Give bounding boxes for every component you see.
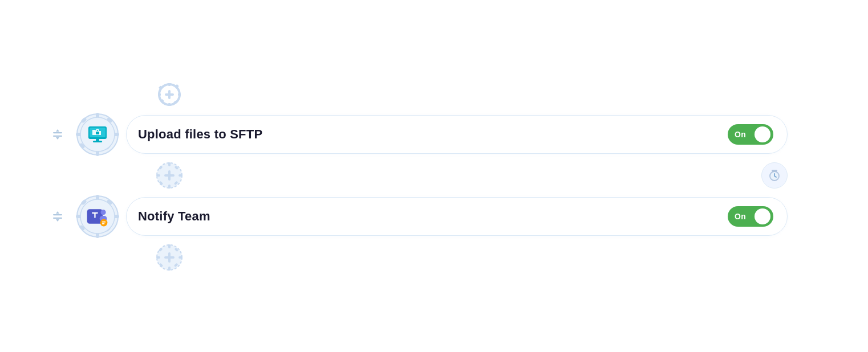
toggle-wrap-teams: On	[728, 206, 773, 227]
add-step-button-bottom[interactable]	[153, 242, 185, 273]
svg-rect-0	[168, 83, 171, 86]
svg-rect-65	[168, 244, 171, 248]
step-row-teams: Notify Team On	[46, 194, 788, 239]
svg-rect-39	[164, 174, 175, 177]
move-handle-sftp[interactable]	[46, 123, 69, 146]
svg-rect-62	[102, 222, 106, 223]
step-card-sftp[interactable]: Upload files to SFTP On	[126, 115, 788, 154]
svg-rect-32	[156, 174, 160, 177]
step-gear-teams	[75, 194, 120, 239]
svg-rect-28	[93, 141, 102, 142]
teams-icon	[85, 204, 110, 229]
svg-rect-10	[53, 132, 62, 133]
svg-rect-31	[168, 185, 171, 189]
svg-rect-33	[179, 174, 182, 177]
svg-marker-12	[56, 129, 59, 132]
svg-marker-45	[56, 219, 59, 222]
svg-rect-30	[168, 162, 171, 166]
svg-rect-58	[94, 212, 95, 218]
step-row-sftp: Upload files to SFTP On	[46, 112, 788, 157]
timer-badge[interactable]	[761, 162, 788, 189]
toggle-wrap-sftp: On	[728, 124, 773, 145]
svg-rect-42	[53, 214, 62, 215]
svg-rect-26	[96, 132, 99, 134]
svg-rect-68	[179, 256, 182, 259]
svg-point-59	[101, 210, 106, 215]
toggle-label-sftp: On	[735, 130, 746, 139]
svg-rect-66	[168, 267, 171, 271]
step-gear-sftp	[75, 112, 120, 157]
sftp-icon	[85, 122, 110, 147]
step-label-sftp: Upload files to SFTP	[138, 127, 262, 142]
add-step-bottom	[46, 242, 185, 273]
svg-rect-43	[53, 218, 62, 219]
svg-rect-11	[53, 136, 62, 137]
move-handle-teams[interactable]	[46, 205, 69, 228]
between-steps-area	[46, 159, 788, 191]
toggle-sftp[interactable]: On	[728, 124, 773, 145]
svg-rect-3	[178, 93, 181, 96]
toggle-knob-sftp	[755, 126, 770, 142]
step-card-teams[interactable]: Notify Team On	[126, 197, 788, 236]
toggle-teams[interactable]: On	[728, 206, 773, 227]
toggle-label-teams: On	[735, 212, 746, 221]
svg-rect-67	[156, 256, 160, 259]
svg-point-61	[100, 219, 108, 227]
add-step-button-top[interactable]	[153, 79, 185, 110]
svg-marker-44	[56, 211, 59, 214]
add-step-button-middle[interactable]	[153, 159, 185, 191]
svg-rect-63	[102, 223, 105, 224]
step-label-teams: Notify Team	[138, 209, 210, 224]
toggle-knob-teams	[755, 208, 770, 224]
svg-rect-74	[164, 256, 175, 259]
svg-rect-1	[168, 103, 171, 106]
svg-rect-9	[165, 93, 174, 96]
workflow-container: Upload files to SFTP On	[46, 79, 788, 273]
svg-marker-13	[56, 137, 59, 140]
svg-rect-2	[158, 93, 161, 96]
add-step-top	[46, 79, 185, 110]
